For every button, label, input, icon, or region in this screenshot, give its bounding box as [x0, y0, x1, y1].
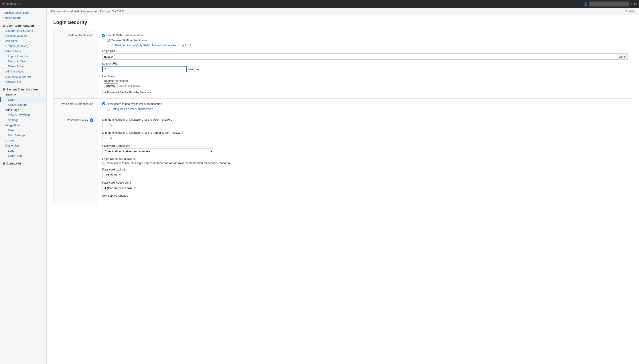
two-factor-row: Two-Factor Authentication Allow users to…: [54, 99, 632, 114]
user-icon[interactable]: 👤: [584, 2, 587, 6]
saml-section-label: SAML Authentication: [67, 34, 93, 37]
sidebar-item-logo[interactable]: Logo: [0, 148, 46, 153]
sidebar-item-misc-settings[interactable]: Misc Settings: [0, 133, 46, 138]
password-policy-row: Password Policy ? Minimum Number of Char…: [54, 114, 632, 204]
download-metadata-button[interactable]: ⬇ Download Service Provider Metadata: [102, 90, 153, 95]
topbar: ❤ kintone ♥ 👤 ▼ ⚙: [0, 0, 639, 8]
app-name: kintone: [7, 2, 17, 6]
password-policy-content-cell: Minimum Number of Characters for the Use…: [98, 114, 632, 204]
min-user-select[interactable]: 8 6 7 9 10: [102, 122, 113, 128]
min-user-password-row: Minimum Number of Characters for the Use…: [102, 118, 628, 128]
arrow-left-icon: ◀: [197, 68, 199, 71]
allow-tfa-label: Allow users to use two-factor authentica…: [107, 102, 162, 106]
sidebar-item-departments-users[interactable]: Departments & Users: [0, 28, 46, 33]
sidebar-section-system-admin: ⊞ System Administration: [0, 86, 46, 92]
sidebar-item-locale[interactable]: Locale: [0, 138, 46, 143]
logout-url-wrapper: ? sso: [102, 66, 195, 72]
certificate-section: Certificate Register certificate Browse …: [102, 74, 628, 95]
tfa-doc-row: 📄 Using Two-Factor Authentication: [107, 107, 628, 110]
help-link[interactable]: ? Help: [625, 10, 634, 13]
complexity-label: Password Complexity: [102, 144, 628, 148]
sidebar-item-job-titles[interactable]: Job Titles: [0, 38, 46, 44]
sidebar-item-access-control[interactable]: Access Control: [0, 102, 46, 107]
sidebar-item-delete-users[interactable]: Delete Users: [0, 64, 46, 69]
allow-tfa-row: Allow users to use two-factor authentica…: [102, 102, 628, 106]
login-url-row: Login URL https:// saml/: [102, 49, 628, 60]
saml-label-cell: SAML Authentication: [54, 30, 98, 99]
password-policy-section-label: Password Policy: [67, 118, 88, 122]
saml-row: SAML Authentication Enable SAML authenti…: [54, 30, 632, 99]
cert-register-label: Register certificate: [104, 79, 628, 82]
browse-button[interactable]: Browse: [104, 83, 118, 88]
expiration-label: Password expiration: [102, 168, 628, 171]
arrow-line: [200, 69, 218, 70]
min-user-label: Minimum Number of Characters for the Use…: [102, 118, 628, 121]
system-admin-icon: ⊞: [3, 88, 5, 91]
domain-info: Domain: k6mola3ldxdb.kintone.com Domain …: [51, 10, 125, 13]
max-size-label: (Maximum 100KB): [119, 84, 141, 87]
login-as-password-checkbox-row: Allow users to use their login names as …: [102, 162, 628, 165]
main-content: Domain: k6mola3ldxdb.kintone.com Domain …: [47, 8, 639, 364]
saml-doc-link[interactable]: Enabling to Use Only SAML Authentication…: [115, 44, 192, 47]
login-url-label: Login URL: [102, 49, 628, 52]
tfa-doc-link[interactable]: Using Two-Factor Authentication: [112, 107, 153, 110]
min-admin-select[interactable]: 8 6 7 9 10: [102, 135, 113, 141]
doc-icon: 📄: [110, 44, 114, 47]
sidebar-item-login[interactable]: Login: [0, 97, 46, 102]
sidebar-integrations-label: Integrations: [0, 122, 46, 128]
expiration-select[interactable]: Unlimited 30 days 60 days 90 days 180 da…: [102, 172, 122, 178]
sidebar-item-dept-access[interactable]: Dept Access Control: [0, 74, 46, 79]
login-as-password-row: Login Name as Password Allow users to us…: [102, 157, 628, 165]
login-as-password-desc: Allow users to use their login names as …: [107, 162, 230, 165]
domain-bar: Domain: k6mola3ldxdb.kintone.com Domain …: [47, 8, 639, 15]
user-admin-icon: ⊞: [3, 24, 5, 27]
logout-url-input[interactable]: ?: [102, 66, 187, 72]
settings-table: SAML Authentication Enable SAML authenti…: [53, 30, 632, 204]
heart-icon: ♥: [19, 2, 20, 6]
reuse-limit-label: Password Reuse Limit: [102, 181, 628, 184]
require-saml-row: Require SAML authentication: [107, 38, 628, 42]
complexity-select[interactable]: Combination of letters and numbers No re…: [102, 148, 213, 154]
enable-saml-label: Enable SAML authentication: [107, 34, 143, 37]
sidebar-section-contact-us: ⊞ Contact Us: [0, 160, 46, 166]
sidebar-item-settings[interactable]: Settings: [0, 118, 46, 122]
sidebar-item-login-page[interactable]: Login Page: [0, 153, 46, 158]
sidebar-bulk-actions-label: Bulk Actions: [0, 48, 46, 54]
self-service-label: Self-service Change: [102, 194, 628, 197]
domain-value: k6mola3ldxdb.kintone.com: [63, 10, 97, 13]
password-complexity-row: Password Complexity Combination of lette…: [102, 144, 628, 154]
sidebar-item-service-usage[interactable]: Service Usage: [0, 15, 46, 20]
login-url-input[interactable]: https://: [102, 54, 617, 60]
arrow-annotation: ◀: [197, 68, 218, 71]
min-admin-label: Minimum Number of Characters for the Adm…: [102, 131, 628, 134]
login-as-password-checkbox[interactable]: [102, 162, 105, 164]
login-url-wrapper: https:// saml/: [102, 54, 628, 60]
allow-tfa-checkbox[interactable]: [102, 102, 105, 105]
login-as-password-label: Login Name as Password: [102, 157, 628, 160]
sidebar-item-services-users[interactable]: Services & Users: [0, 33, 46, 38]
reuse-limit-select[interactable]: 1 (Current password) 2 3 4 5 No limit: [102, 185, 137, 191]
sidebar-item-oauth[interactable]: OAuth: [0, 128, 46, 133]
topbar-left: ❤ kintone ♥: [2, 2, 20, 6]
sidebar-item-provisioning[interactable]: Provisioning: [0, 79, 46, 84]
sidebar-customize-label: Customize: [0, 143, 46, 148]
enable-saml-row: Enable SAML authentication: [102, 34, 628, 37]
search-input[interactable]: [589, 2, 629, 6]
search-dropdown-icon[interactable]: ▼: [630, 3, 632, 5]
sidebar-item-export[interactable]: Export to File: [0, 59, 46, 64]
sidebar-item-administrators[interactable]: Administrators: [0, 69, 46, 74]
enable-saml-checkbox[interactable]: [102, 34, 105, 36]
password-reuse-limit-row: Password Reuse Limit 1 (Current password…: [102, 181, 628, 191]
sidebar-item-admin-home[interactable]: Administration Home: [0, 10, 46, 15]
sidebar-item-groups-roles[interactable]: Groups (or Roles): [0, 44, 46, 48]
help-icon: ?: [625, 10, 627, 13]
gear-icon[interactable]: ⚙: [634, 2, 637, 6]
download-label: Download Service Provider Metadata: [107, 91, 151, 94]
self-service-row: Self-service Change: [102, 194, 628, 197]
sidebar-security-label: Security: [0, 92, 46, 97]
sidebar-item-view-download[interactable]: View & Download: [0, 112, 46, 118]
login-url-suffix: saml/: [617, 54, 628, 60]
sidebar-item-import[interactable]: Import from File: [0, 54, 46, 59]
password-policy-help-icon[interactable]: ?: [90, 118, 93, 122]
require-saml-checkbox[interactable]: [107, 39, 110, 42]
